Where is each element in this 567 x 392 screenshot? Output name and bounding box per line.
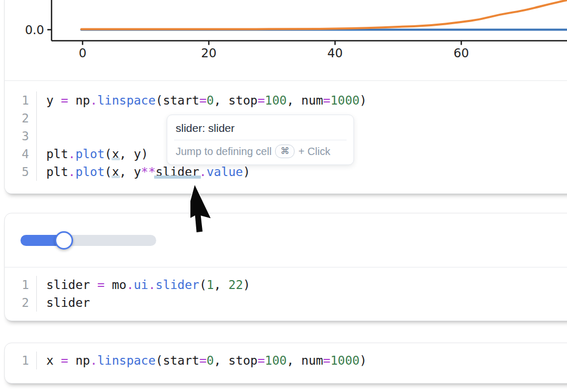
code-line[interactable]: 1slider = mo.ui.slider(1, 22) bbox=[5, 276, 567, 294]
svg-text:60: 60 bbox=[453, 46, 469, 60]
code-text: slider = mo.ui.slider(1, 22) bbox=[37, 276, 250, 294]
code-editor[interactable]: 1x = np.linspace(start=0, stop=100, num=… bbox=[5, 343, 567, 383]
code-text: plt.plot(x, y) bbox=[37, 145, 148, 163]
occurrence-highlight: x bbox=[112, 165, 119, 179]
line-number: 1 bbox=[5, 276, 37, 294]
mouse-cursor-icon bbox=[190, 182, 238, 240]
plot-output-area: 0.00204060 bbox=[5, 0, 567, 81]
svg-text:0.0: 0.0 bbox=[25, 23, 44, 37]
line-number: 4 bbox=[5, 145, 37, 163]
code-text bbox=[37, 109, 46, 127]
code-text: x = np.linspace(start=0, stop=100, num=1… bbox=[37, 352, 367, 369]
line-number: 1 bbox=[5, 352, 37, 369]
code-text: y = np.linspace(start=0, stop=100, num=1… bbox=[37, 91, 367, 109]
code-line[interactable]: 2slider bbox=[5, 294, 567, 312]
slider-output-area bbox=[5, 213, 567, 267]
line-number: 3 bbox=[5, 127, 37, 145]
svg-text:40: 40 bbox=[327, 46, 342, 60]
tooltip-action-label: Jump to defining cell bbox=[176, 146, 271, 158]
code-text: plt.plot(x, y**slider.value) bbox=[37, 163, 250, 181]
line-number: 5 bbox=[5, 163, 37, 181]
variable-tooltip: slider: slider Jump to defining cell ⌘ +… bbox=[167, 115, 354, 165]
svg-text:20: 20 bbox=[201, 46, 216, 60]
occurrence-highlight: x bbox=[112, 147, 119, 161]
notebook-cell-slider: 1slider = mo.ui.slider(1, 22)2slider bbox=[4, 213, 567, 321]
tooltip-click-hint: + Click bbox=[298, 146, 330, 158]
matplotlib-chart: 0.00204060 bbox=[0, 0, 567, 80]
notebook-cell-x: 1x = np.linspace(start=0, stop=100, num=… bbox=[4, 343, 567, 384]
hovered-variable: slider bbox=[156, 165, 199, 179]
line-number: 2 bbox=[5, 109, 37, 127]
line-number: 1 bbox=[5, 91, 37, 109]
code-line[interactable]: 5plt.plot(x, y**slider.value) bbox=[5, 163, 567, 181]
tooltip-title: slider: slider bbox=[167, 115, 353, 140]
slider-track[interactable] bbox=[21, 235, 156, 246]
command-key-badge: ⌘ bbox=[275, 145, 295, 158]
code-line[interactable]: 1x = np.linspace(start=0, stop=100, num=… bbox=[5, 352, 567, 369]
svg-text:0: 0 bbox=[79, 46, 87, 60]
line-number: 2 bbox=[5, 294, 37, 312]
slider-handle[interactable] bbox=[55, 231, 73, 250]
tooltip-action[interactable]: Jump to defining cell ⌘ + Click bbox=[167, 140, 353, 164]
code-editor[interactable]: 1slider = mo.ui.slider(1, 22)2slider bbox=[5, 267, 567, 321]
code-line[interactable]: 1y = np.linspace(start=0, stop=100, num=… bbox=[5, 91, 567, 109]
code-text: slider bbox=[37, 294, 90, 312]
code-text bbox=[37, 127, 46, 145]
